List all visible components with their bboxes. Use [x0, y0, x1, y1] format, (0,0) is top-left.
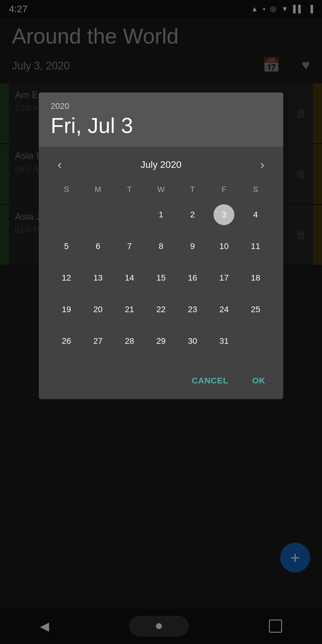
cal-day-19[interactable]: 19	[51, 294, 82, 325]
cal-day-empty	[51, 199, 82, 230]
cal-day-12[interactable]: 12	[51, 263, 82, 293]
calendar-grid: 1 2 3 4 5 6 7 8 9 10 11 12 13 14 15 16 1…	[51, 199, 271, 356]
cal-day-empty	[82, 199, 114, 230]
cal-day-1[interactable]: 1	[145, 199, 177, 230]
cal-day-27[interactable]: 27	[82, 326, 114, 356]
day-header-tue: T	[114, 182, 145, 196]
day-header-thu: T	[177, 182, 208, 196]
dialog-header: 2020 Fri, Jul 3	[39, 92, 283, 147]
cal-day-22[interactable]: 22	[145, 294, 177, 325]
cal-day-16[interactable]: 16	[177, 263, 208, 293]
date-picker-dialog: 2020 Fri, Jul 3 ‹ July 2020 › S M T W T …	[39, 92, 283, 399]
cal-day-30[interactable]: 30	[177, 326, 208, 356]
month-navigation: ‹ July 2020 ›	[51, 156, 271, 174]
cal-day-24[interactable]: 24	[208, 294, 240, 325]
cal-day-13[interactable]: 13	[82, 263, 114, 293]
cal-day-15[interactable]: 15	[145, 263, 177, 293]
cal-day-31[interactable]: 31	[208, 326, 240, 356]
ok-button[interactable]: OK	[243, 371, 274, 390]
cal-day-28[interactable]: 28	[114, 326, 145, 356]
day-header-mon: M	[82, 182, 114, 196]
day-header-sat: S	[240, 182, 271, 196]
cal-day-9[interactable]: 9	[177, 231, 208, 261]
cal-day-10[interactable]: 10	[208, 231, 240, 261]
day-header-wed: W	[145, 182, 177, 196]
cal-day-20[interactable]: 20	[82, 294, 114, 325]
cal-day-8[interactable]: 8	[145, 231, 177, 261]
prev-month-button[interactable]: ‹	[51, 156, 69, 174]
day-headers: S M T W T F S	[51, 182, 271, 196]
cal-day-14[interactable]: 14	[114, 263, 145, 293]
cal-day-6[interactable]: 6	[82, 231, 114, 261]
cal-day-29[interactable]: 29	[145, 326, 177, 356]
calendar-area: ‹ July 2020 › S M T W T F S 1 2 3 4 5 6	[39, 147, 283, 359]
cal-day-11[interactable]: 11	[240, 231, 271, 261]
cal-day-4[interactable]: 4	[240, 199, 271, 230]
cal-day-5[interactable]: 5	[51, 231, 82, 261]
dialog-actions: CANCEL OK	[39, 365, 283, 399]
cal-day-empty	[114, 199, 145, 230]
cal-day-2[interactable]: 2	[177, 199, 208, 230]
dialog-selected-date: Fri, Jul 3	[51, 113, 271, 138]
cal-day-3[interactable]: 3	[208, 199, 240, 230]
cal-day-empty	[240, 326, 271, 356]
cal-day-23[interactable]: 23	[177, 294, 208, 325]
cal-day-18[interactable]: 18	[240, 263, 271, 293]
dialog-year: 2020	[51, 101, 271, 111]
cal-day-21[interactable]: 21	[114, 294, 145, 325]
month-year-title: July 2020	[141, 159, 182, 170]
cal-day-26[interactable]: 26	[51, 326, 82, 356]
cal-day-17[interactable]: 17	[208, 263, 240, 293]
cancel-button[interactable]: CANCEL	[183, 371, 237, 390]
day-header-sun: S	[51, 182, 82, 196]
next-month-button[interactable]: ›	[253, 156, 271, 174]
day-header-fri: F	[208, 182, 240, 196]
cal-day-7[interactable]: 7	[114, 231, 145, 261]
cal-day-25[interactable]: 25	[240, 294, 271, 325]
